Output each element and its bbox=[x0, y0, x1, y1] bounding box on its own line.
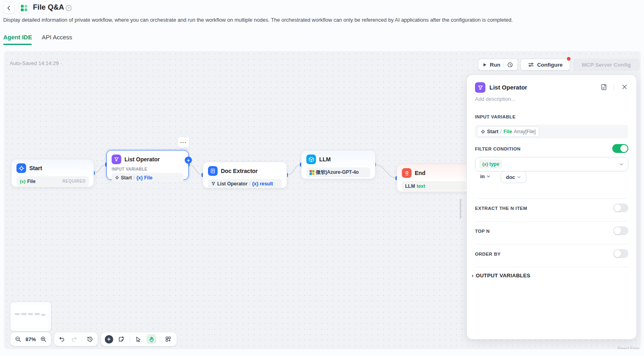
zoom-in-icon[interactable] bbox=[39, 334, 48, 344]
model-name: 微软|Azure-GPT-4o bbox=[316, 169, 359, 176]
filter-condition-toggle[interactable] bbox=[612, 144, 628, 153]
tab-api-access[interactable]: API Access bbox=[42, 34, 72, 41]
chevron-down-icon bbox=[619, 162, 624, 167]
node-config-panel: List Operator Add description... INPUT V… bbox=[467, 75, 636, 339]
divider bbox=[475, 267, 628, 267]
node-more-options-button[interactable]: ··· bbox=[178, 137, 189, 148]
node-title: List Operator bbox=[124, 156, 160, 163]
start-target-icon bbox=[16, 163, 26, 173]
pointer-tool-icon[interactable] bbox=[134, 334, 143, 344]
app-logo-icon bbox=[18, 2, 30, 14]
filter-variable-select[interactable]: {x} type bbox=[475, 157, 628, 171]
output-variables-label: OUTPUT VARIABLES bbox=[476, 273, 530, 279]
end-pin-icon bbox=[402, 168, 412, 178]
ref-node-name: Start bbox=[121, 175, 132, 181]
panel-funnel-icon bbox=[475, 82, 485, 93]
filter-funnel-icon bbox=[112, 155, 121, 164]
separator: / bbox=[249, 181, 250, 187]
back-arrow-icon bbox=[6, 5, 12, 11]
doc-extractor-input-row: List Operator / {x} result bbox=[208, 179, 282, 188]
active-tab-underline bbox=[3, 44, 32, 45]
panel-docs-icon[interactable] bbox=[600, 83, 607, 91]
extract-n-item-label: EXTRACT THE N ITEM bbox=[475, 206, 527, 211]
node-title: Doc Extractor bbox=[221, 168, 258, 174]
redo-icon[interactable] bbox=[69, 334, 79, 344]
workflow-app: File Q&A ? Display detailed information … bbox=[0, 0, 644, 356]
microsoft-logo-icon bbox=[310, 170, 314, 175]
document-icon bbox=[208, 166, 218, 176]
tidy-layout-icon[interactable] bbox=[163, 334, 173, 344]
extract-n-item-toggle[interactable] bbox=[613, 203, 628, 212]
page-description: Display detailed information of private … bbox=[3, 17, 513, 23]
funnel-small-icon bbox=[211, 181, 216, 186]
target-icon bbox=[115, 175, 119, 180]
help-icon[interactable]: ? bbox=[65, 5, 72, 11]
node-title: Start bbox=[29, 165, 42, 171]
panel-title: List Operator bbox=[489, 84, 527, 91]
filter-variable-name: type bbox=[489, 161, 499, 167]
zoom-out-icon[interactable] bbox=[13, 334, 23, 344]
start-variable-row: {x} File REQUIRED bbox=[16, 176, 89, 186]
node-title: LLM bbox=[319, 156, 331, 163]
close-icon[interactable] bbox=[621, 83, 628, 90]
required-badge: REQUIRED bbox=[62, 179, 86, 183]
output-variables-section[interactable]: › OUTPUT VARIABLES bbox=[472, 273, 530, 279]
source-node: Start bbox=[487, 129, 498, 134]
divider bbox=[475, 244, 628, 244]
input-variable-section-label: INPUT VARIABLE bbox=[112, 167, 183, 171]
filter-operator-dropdown[interactable]: in bbox=[480, 173, 491, 179]
minimap[interactable] bbox=[10, 302, 51, 331]
filter-value: doc bbox=[506, 174, 515, 180]
node-end[interactable]: End LLM text bbox=[397, 164, 471, 192]
top-n-toggle[interactable] bbox=[613, 226, 628, 235]
ref-variable: {x} File bbox=[137, 175, 153, 181]
operator-value: in bbox=[480, 173, 485, 179]
input-variable-label: INPUT VARIABLE bbox=[475, 114, 516, 119]
chevron-right-icon: › bbox=[472, 273, 473, 279]
back-button[interactable] bbox=[3, 3, 14, 13]
history-toolbar bbox=[54, 332, 98, 346]
description-placeholder[interactable]: Add description... bbox=[475, 96, 515, 102]
target-icon bbox=[481, 129, 485, 134]
filter-condition-label: FILTER CONDITION bbox=[475, 146, 521, 151]
page-title: File Q&A bbox=[33, 3, 64, 12]
ref-variable: {x} result bbox=[252, 181, 273, 187]
node-doc-extractor[interactable]: Doc Extractor List Operator / {x} result bbox=[203, 162, 287, 188]
variable-name: File bbox=[503, 129, 512, 134]
separator: / bbox=[133, 175, 135, 181]
tools-toolbar: + bbox=[101, 332, 177, 346]
divider bbox=[475, 221, 628, 222]
separator: / bbox=[500, 128, 501, 135]
zoom-level[interactable]: 87% bbox=[25, 336, 36, 342]
node-llm[interactable]: LLM 微软|Azure-GPT-4o bbox=[301, 150, 375, 179]
add-next-node-button[interactable]: + bbox=[185, 157, 192, 164]
version-history-icon[interactable] bbox=[85, 334, 95, 344]
panel-header-divider bbox=[614, 84, 614, 90]
input-variable-field[interactable]: Start / File Array[File] bbox=[475, 125, 628, 138]
variable-glyph: {x} bbox=[482, 162, 488, 167]
filter-value-dropdown[interactable]: doc bbox=[501, 171, 526, 183]
undo-icon[interactable] bbox=[57, 334, 67, 344]
node-start[interactable]: Start {x} File REQUIRED bbox=[11, 159, 94, 187]
cube-icon bbox=[306, 155, 316, 164]
variable-name: File bbox=[27, 179, 36, 184]
zoom-toolbar: 87% bbox=[10, 332, 51, 346]
top-n-label: TOP N bbox=[475, 229, 490, 234]
add-node-button[interactable]: + bbox=[105, 335, 113, 344]
end-output-row: LLM text bbox=[402, 181, 466, 191]
list-operator-input-row: Start / {x} File bbox=[112, 173, 183, 182]
input-variable-pill: Start / File Array[File] bbox=[477, 126, 539, 137]
node-list-operator[interactable]: List Operator + INPUT VARIABLE Start / {… bbox=[106, 150, 189, 180]
order-by-toggle[interactable] bbox=[613, 249, 628, 258]
svg-text:?: ? bbox=[67, 6, 69, 10]
divider bbox=[475, 198, 628, 199]
add-note-icon[interactable] bbox=[116, 334, 126, 344]
order-by-label: ORDER BY bbox=[475, 252, 501, 256]
llm-model-row: 微软|Azure-GPT-4o bbox=[306, 167, 370, 177]
filter-variable-tag: {x} type bbox=[479, 160, 502, 169]
ref-variable: text bbox=[417, 183, 425, 189]
tab-agent-ide[interactable]: Agent IDE bbox=[3, 34, 32, 41]
hand-tool-icon[interactable] bbox=[147, 334, 156, 344]
ref-node-name: List Operator bbox=[217, 181, 247, 187]
variable-type: Array[File] bbox=[514, 129, 536, 134]
